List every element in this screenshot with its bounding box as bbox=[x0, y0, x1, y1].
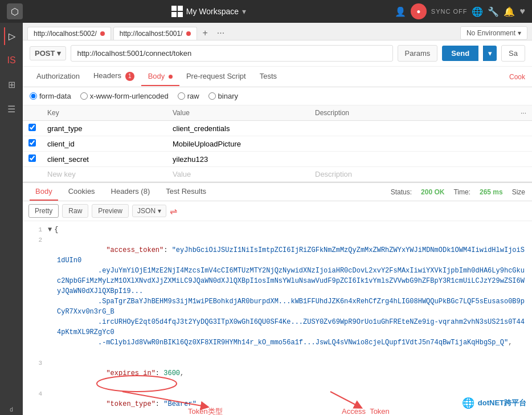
sidebar-item-collections[interactable]: IS bbox=[3, 52, 19, 69]
line-num-1: 1 bbox=[26, 225, 42, 235]
option-url-encoded[interactable]: x-www-form-urlencoded bbox=[80, 92, 169, 100]
time-label: Time: bbox=[453, 188, 470, 196]
top-bar: ⬡ My Workspace ▾ 👤 ● SYNC OFF 🌐 🔧 🔔 ♥ bbox=[0, 0, 532, 23]
row-1-checkbox[interactable] bbox=[28, 139, 36, 147]
col-header-checkbox bbox=[23, 105, 42, 121]
json-line-1-content: ▼{ bbox=[48, 225, 529, 235]
row-1-value[interactable]: MobileUploadPicture bbox=[167, 136, 309, 152]
url-tab-1[interactable]: http://localhost:5001/ bbox=[113, 27, 197, 40]
new-value-placeholder[interactable]: Value bbox=[173, 170, 191, 178]
sidebar: ▷ IS ⊞ ☰ d bbox=[0, 23, 23, 415]
row-0-key[interactable]: grant_type bbox=[42, 121, 167, 136]
tab-prerequest-label: Pre-request Script bbox=[186, 72, 246, 80]
json-line-4: 4 "token_type": "Bearer" bbox=[23, 389, 532, 415]
tab-headers[interactable]: Headers 1 bbox=[87, 67, 141, 87]
record-icon[interactable]: ● bbox=[411, 3, 427, 19]
line-num-4: 4 bbox=[26, 389, 42, 415]
response-section: Body Cookies Headers (8) Test Results St… bbox=[23, 182, 532, 415]
send-dropdown-button[interactable]: ▾ bbox=[483, 46, 497, 61]
wrench-icon[interactable]: 🔧 bbox=[488, 6, 499, 17]
more-tabs-button[interactable]: ··· bbox=[214, 27, 228, 39]
send-button[interactable]: Send bbox=[442, 46, 478, 61]
json-editor[interactable]: 1 ▼{ 2 "access_token": "eyJhbGciOiJSUzI1… bbox=[23, 221, 532, 415]
workspace-label: My Workspace bbox=[186, 7, 239, 16]
resp-tab-body[interactable]: Body bbox=[30, 183, 58, 201]
tab-prerequest[interactable]: Pre-request Script bbox=[179, 67, 253, 86]
json-line-2-content: "access_token": "eyJhbGciOiJSUzI1NiIsImt… bbox=[48, 235, 529, 358]
workspace-icon bbox=[171, 6, 183, 17]
option-raw[interactable]: raw bbox=[178, 92, 199, 100]
workspace-dropdown-icon[interactable]: ▾ bbox=[242, 7, 246, 16]
row-1-key[interactable]: client_id bbox=[42, 136, 167, 152]
filter-icon[interactable]: ⇌ bbox=[170, 206, 177, 217]
cookies-link[interactable]: Cook bbox=[509, 73, 525, 81]
url-encoded-label: x-www-form-urlencoded bbox=[90, 92, 169, 100]
environment-selector[interactable]: No Environment ▾ bbox=[460, 26, 527, 40]
form-data-table-container: Key Value Description ··· grant_type cli… bbox=[23, 105, 532, 182]
tab-authorization-label: Authorization bbox=[36, 72, 80, 80]
save-button[interactable]: Sa bbox=[501, 45, 525, 62]
url-input[interactable] bbox=[71, 45, 392, 62]
method-label: POST bbox=[35, 49, 55, 58]
response-tabs: Body Cookies Headers (8) Test Results St… bbox=[23, 183, 532, 201]
response-status-bar: Status: 200 OK Time: 265 ms Size bbox=[391, 188, 525, 196]
option-binary[interactable]: binary bbox=[208, 92, 238, 100]
pretty-view-button[interactable]: Pretty bbox=[28, 204, 59, 218]
format-select[interactable]: JSON ▾ bbox=[132, 205, 166, 217]
col-header-description: Description bbox=[309, 105, 515, 121]
json-line-4-content: "token_type": "Bearer" bbox=[48, 389, 529, 415]
raw-view-button[interactable]: Raw bbox=[62, 204, 88, 218]
resp-tab-cookies[interactable]: Cookies bbox=[63, 183, 101, 201]
line-num-3: 3 bbox=[26, 358, 42, 389]
size-label: Size bbox=[512, 188, 525, 196]
method-select[interactable]: POST ▾ bbox=[30, 46, 66, 60]
tab-tests[interactable]: Tests bbox=[253, 67, 284, 86]
sidebar-item-history[interactable]: ▷ bbox=[4, 27, 19, 45]
resp-tab-test-results[interactable]: Test Results bbox=[160, 183, 212, 201]
sidebar-item-env[interactable]: ⊞ bbox=[5, 76, 19, 93]
sidebar-item-more[interactable]: ☰ bbox=[4, 100, 19, 118]
row-0-checkbox[interactable] bbox=[28, 124, 36, 131]
format-label: JSON bbox=[137, 207, 155, 215]
app-logo[interactable]: ⬡ bbox=[7, 3, 23, 19]
top-bar-left: ⬡ bbox=[7, 3, 23, 19]
option-form-data[interactable]: form-data bbox=[30, 92, 71, 100]
body-dot bbox=[169, 75, 173, 79]
top-bar-right: 👤 ● SYNC OFF 🌐 🔧 🔔 ♥ bbox=[395, 3, 525, 19]
preview-view-button[interactable]: Preview bbox=[92, 204, 129, 218]
resp-tab-test-results-label: Test Results bbox=[166, 187, 206, 196]
json-line-2: 2 "access_token": "eyJhbGciOiJSUzI1NiIsI… bbox=[23, 235, 532, 358]
sidebar-bottom-label: d bbox=[7, 404, 15, 415]
new-key-placeholder[interactable]: New key bbox=[47, 170, 76, 178]
url-tab-1-dot bbox=[186, 31, 191, 36]
method-dropdown-icon: ▾ bbox=[57, 49, 61, 58]
workspace-selector[interactable]: My Workspace ▾ bbox=[171, 6, 246, 17]
row-2-value[interactable]: yilezhu123 bbox=[167, 152, 309, 167]
resp-tab-headers[interactable]: Headers (8) bbox=[105, 183, 156, 201]
new-key-row: New key Value Description bbox=[23, 167, 532, 182]
row-0-value[interactable]: client_credentials bbox=[167, 121, 309, 136]
status-value: 200 OK bbox=[421, 188, 444, 196]
watermark: 🌐 dotNET跨平台 bbox=[462, 397, 526, 409]
params-button[interactable]: Params bbox=[398, 45, 438, 62]
url-tabs-bar: http://localhost:5002/ http://localhost:… bbox=[23, 23, 532, 40]
new-desc-placeholder[interactable]: Description bbox=[315, 170, 352, 178]
col-header-more: ··· bbox=[515, 105, 532, 121]
heart-icon[interactable]: ♥ bbox=[519, 6, 525, 17]
headers-badge: 1 bbox=[125, 72, 134, 81]
row-2-key[interactable]: client_secret bbox=[42, 152, 167, 167]
request-tabs: Authorization Headers 1 Body Pre-request… bbox=[23, 67, 532, 87]
sync-off-label[interactable]: SYNC OFF bbox=[431, 8, 468, 15]
add-tab-button[interactable]: + bbox=[199, 27, 211, 39]
row-2-checkbox[interactable] bbox=[28, 154, 36, 162]
person-icon[interactable]: 👤 bbox=[395, 6, 406, 17]
url-tab-0[interactable]: http://localhost:5002/ bbox=[27, 27, 111, 40]
globe-icon[interactable]: 🌐 bbox=[472, 6, 483, 17]
tab-tests-label: Tests bbox=[260, 72, 277, 80]
env-label: No Environment bbox=[466, 29, 515, 37]
tab-body[interactable]: Body bbox=[141, 67, 179, 86]
time-value: 265 ms bbox=[480, 188, 503, 196]
bell-icon[interactable]: 🔔 bbox=[504, 6, 515, 17]
tab-authorization[interactable]: Authorization bbox=[30, 67, 87, 86]
body-options: form-data x-www-form-urlencoded raw bina… bbox=[23, 87, 532, 105]
